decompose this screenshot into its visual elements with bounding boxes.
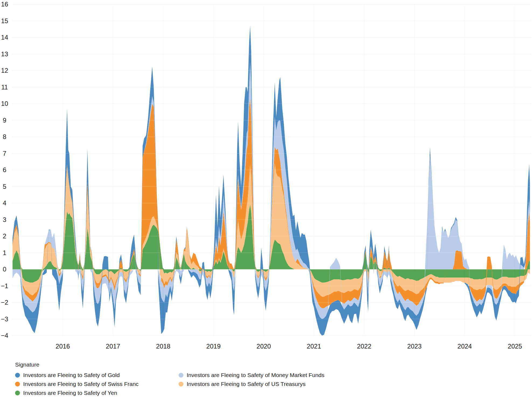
x-tick-label: 2017 (106, 343, 120, 350)
legend-title: Signature (15, 361, 516, 368)
y-tick-label: 6 (3, 166, 6, 173)
legend: Signature Investors are Fleeing to Safet… (15, 361, 516, 397)
y-tick-label: 15 (1, 17, 8, 25)
legend-dot-mmf-icon (179, 373, 183, 378)
legend-item-gold: Investors are Fleeing to Safety of Gold (15, 371, 179, 379)
legend-item-mmf: Investors are Fleeing to Safety of Money… (179, 371, 324, 379)
y-tick-label: 14 (1, 34, 8, 41)
x-tick-label: 2023 (407, 343, 422, 350)
legend-label-swiss: Investors are Fleeing to Safety of Swiss… (23, 381, 138, 387)
legend-dot-swiss-icon (15, 382, 20, 386)
y-tick-label: 1 (3, 249, 6, 256)
y-tick-label: 2 (3, 232, 6, 240)
chart-plot-area: −4−3−2−101234567891011121314151620162017… (0, 0, 532, 353)
x-tick-label: 2020 (256, 343, 271, 350)
x-tick-label: 2021 (307, 343, 321, 350)
y-tick-label: −2 (1, 299, 8, 306)
legend-label-treasurys: Investors are Fleeing to Safety of US Tr… (187, 381, 305, 387)
y-tick-label: 5 (3, 183, 6, 190)
y-tick-label: 10 (1, 100, 8, 107)
legend-column-0: Investors are Fleeing to Safety of GoldI… (15, 371, 179, 397)
x-tick-label: 2016 (55, 343, 70, 350)
legend-dot-gold-icon (15, 373, 20, 378)
legend-column-1: Investors are Fleeing to Safety of Money… (179, 371, 324, 388)
area-series-gold (13, 26, 530, 336)
y-tick-label: 16 (1, 1, 8, 8)
legend-columns: Investors are Fleeing to Safety of GoldI… (15, 371, 516, 397)
legend-dot-treasurys-icon (179, 382, 183, 386)
x-tick-label: 2018 (156, 343, 170, 350)
y-tick-label: −3 (1, 315, 8, 323)
legend-label-yen: Investors are Fleeing to Safety of Yen (23, 390, 117, 396)
y-tick-label: −1 (1, 282, 8, 290)
x-tick-label: 2022 (357, 343, 371, 350)
x-tick-label: 2019 (206, 343, 221, 350)
y-tick-label: 0 (3, 266, 6, 273)
y-tick-label: 9 (3, 117, 6, 124)
y-tick-label: 3 (3, 216, 6, 223)
y-tick-label: 12 (1, 67, 8, 74)
legend-label-gold: Investors are Fleeing to Safety of Gold (23, 372, 120, 378)
y-tick-label: −4 (1, 332, 8, 339)
legend-item-yen: Investors are Fleeing to Safety of Yen (15, 388, 179, 397)
y-tick-label: 4 (3, 199, 6, 207)
legend-dot-yen-icon (15, 391, 20, 395)
x-tick-label: 2024 (457, 343, 472, 350)
legend-label-mmf: Investors are Fleeing to Safety of Money… (187, 372, 324, 378)
x-tick-label: 2025 (508, 343, 522, 350)
y-tick-label: 7 (3, 150, 6, 157)
legend-item-swiss: Investors are Fleeing to Safety of Swiss… (15, 379, 179, 388)
legend-item-treasurys: Investors are Fleeing to Safety of US Tr… (179, 379, 324, 388)
y-tick-label: 8 (3, 133, 6, 140)
stacked-area-chart: −4−3−2−101234567891011121314151620162017… (0, 0, 532, 353)
y-tick-label: 11 (1, 83, 8, 91)
y-tick-label: 13 (1, 50, 8, 58)
